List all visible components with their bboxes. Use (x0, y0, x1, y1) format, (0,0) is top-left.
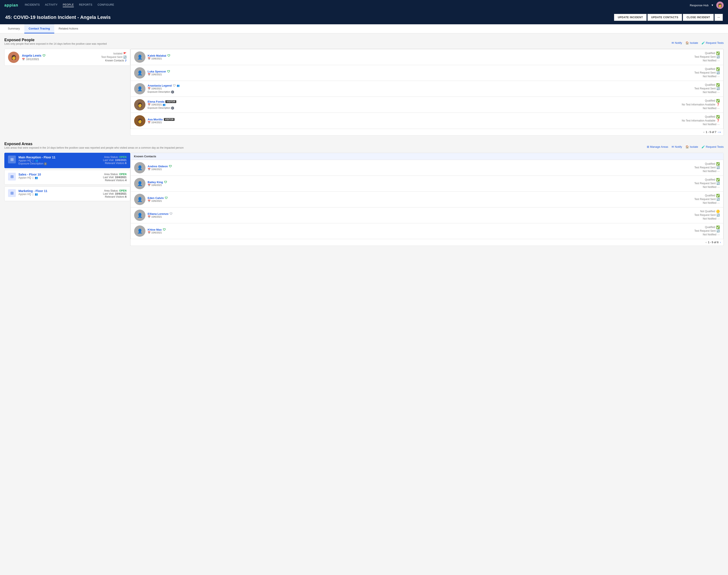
area-icon-1: ⊞ (8, 156, 16, 163)
area-card-2[interactable]: ⊞ Sales - Floor 10 Appian HQ | 👥 Area St… (4, 170, 130, 184)
not-qualified-icon: 🟡 (716, 210, 720, 213)
flag-icon: 🚩 (123, 52, 127, 55)
contact-card-4[interactable]: 👩 Elena Fonda VISITOR 📅 10/6/2021 👥 Expo… (130, 97, 723, 113)
area-contact-avatar-1: 👤 (134, 162, 145, 173)
contact-avatar-5: 👩 (134, 115, 145, 127)
contact-info-3: Anastasia Legend 🛡 👥 📅 10/6/2021 Exposur… (147, 84, 683, 94)
exposed-people-subtitle: Lists only people that were exposed in t… (4, 42, 107, 45)
contact-date-1: 📅 10/8/2021 (147, 57, 683, 60)
area-contact-name-5: Khloe Max 🛡 (147, 228, 683, 231)
contact-card-5[interactable]: 👩 Ava Morillo VISITOR 📅 10/4/2021 Qualif… (130, 113, 723, 129)
info-icon-4[interactable]: i (171, 106, 174, 109)
notify-people-link[interactable]: ✉ Notify (671, 41, 682, 44)
exposed-areas-two-col: ⊞ Main Reception - Floor 11 Appian HQ | … (4, 153, 724, 246)
areas-list: ⊞ Main Reception - Floor 11 Appian HQ | … (4, 153, 130, 246)
contact-date-5: 📅 10/4/2021 (147, 121, 680, 124)
area-contact-5[interactable]: 👤 Khloe Max 🛡 📅 10/6/2021 Qualified✅ Tes… (130, 223, 723, 239)
nav-configure[interactable]: CONFIGURE (98, 3, 114, 7)
area-contact-2[interactable]: 👤 Bailey King 🛡 📅 10/6/2021 Qualified✅ T… (130, 176, 723, 192)
area-info-icon-1[interactable]: i (44, 162, 47, 165)
area-contact-3[interactable]: 👤 Eden Calvin 🛡 📅 10/6/2021 Qualified✅ T… (130, 192, 723, 207)
tab-contact-tracing[interactable]: Contact Tracing (24, 24, 54, 33)
primary-person-avatar: 👩 (8, 52, 19, 63)
area-name-2: Sales - Floor 10 (19, 173, 85, 176)
manage-areas-link[interactable]: ⊞ Manage Areas (647, 145, 668, 148)
area-sub-2: Appian HQ | 👥 (19, 176, 85, 179)
exposed-people-title: Exposed People (4, 38, 107, 42)
contact-avatar-4: 👩 (134, 99, 145, 110)
area-contact-4[interactable]: 👤 Elliana Lorenzo 🛡 📅 10/6/2021 Not Qual… (130, 207, 723, 223)
exposed-people-section: Exposed People Lists only people that we… (4, 38, 724, 136)
request-tests-people-link[interactable]: 🧪 Request Tests (701, 41, 724, 44)
request-tests-areas-link[interactable]: 🧪 Request Tests (701, 145, 724, 148)
user-avatar[interactable]: 👩 (716, 2, 724, 9)
contact-info-2: Luka Spencer 🛡 📅 10/6/2021 (147, 70, 683, 76)
group-icon-3: 👥 (177, 84, 180, 87)
contact-card-2[interactable]: 👤 Luka Spencer 🛡 📅 10/6/2021 Qualified✅ … (130, 65, 723, 81)
nav-right: Response Hub ▼ 👩 (690, 2, 724, 9)
isolate-areas-link[interactable]: 🏠 Isolate (686, 145, 698, 148)
next-contacts-page[interactable]: › (718, 131, 719, 134)
known-contacts-count: 7 (125, 59, 127, 62)
shield-icon-3: 🛡 (173, 84, 175, 87)
shield-icon-2: 🛡 (167, 70, 170, 73)
not-notified-dots-1: ··· (717, 59, 720, 62)
area-icon-3: ⊞ (8, 189, 16, 197)
exposed-areas-subtitle: Lists areas that were exposed in the 14 … (4, 146, 184, 149)
appian-logo[interactable]: appian (4, 3, 18, 8)
nav-activity[interactable]: ACTIVITY (45, 3, 58, 7)
notify-areas-link[interactable]: ✉ Notify (671, 145, 682, 148)
contact-card-3[interactable]: 👤 Anastasia Legend 🛡 👥 📅 10/6/2021 Expos… (130, 81, 723, 97)
area-sub-3: Appian HQ | 👥 (19, 193, 85, 196)
top-navigation: appian INCIDENTS ACTIVITY PEOPLE REPORTS… (0, 0, 728, 10)
nav-reports[interactable]: REPORTS (79, 3, 92, 7)
isolated-status-row: Isolated 🚩 (92, 52, 127, 55)
page-title: 45: COVID-19 Isolation Incident - Angela… (5, 14, 111, 20)
area-contact-info-4: Elliana Lorenzo 🛡 📅 10/6/2021 (147, 212, 683, 218)
next-area-contacts-page[interactable]: › (720, 241, 721, 244)
exposed-areas-header: Exposed Areas Lists areas that were expo… (4, 142, 724, 152)
more-options-button[interactable]: ··· (715, 14, 723, 21)
contact-avatar-3: 👤 (134, 83, 145, 94)
main-content: Exposed People Lists only people that we… (0, 33, 728, 256)
area-contact-avatar-4: 👤 (134, 210, 145, 221)
primary-person-card[interactable]: 👩 Angela Lewis 🛡 📅 10/12/2021 (4, 49, 130, 66)
known-contacts-header: Known Contacts (130, 153, 723, 160)
area-card-1[interactable]: ⊞ Main Reception - Floor 11 Appian HQ | … (4, 153, 130, 168)
area-contact-status-1: Qualified✅ Test Request Sent🔄 Not Notifi… (685, 162, 720, 173)
contact-card-1[interactable]: 👤 Kaleb Malakai 🛡 📅 10/8/2021 Qualified✅… (130, 49, 723, 65)
last-contacts-page[interactable]: » (719, 131, 721, 134)
close-incident-button[interactable]: CLOSE INCIDENT (683, 14, 714, 21)
area-contacts-pagination: ‹ 1 - 5 of 6 › (130, 239, 723, 246)
response-hub-dropdown[interactable]: Response Hub (690, 4, 708, 7)
area-shield-5: 🛡 (163, 228, 166, 231)
primary-person-date: 📅 10/12/2021 (22, 58, 89, 61)
area-sub-1: Appian HQ | 👥 (19, 159, 85, 162)
nav-people[interactable]: PEOPLE (63, 3, 74, 7)
area-card-3[interactable]: ⊞ Marketing - Floor 11 Appian HQ | 👥 Are… (4, 187, 130, 201)
area-contact-date-5: 📅 10/6/2021 (147, 231, 683, 234)
exposure-desc-3: Exposure Description i (147, 91, 683, 94)
update-contacts-button[interactable]: UPDATE CONTACTS (648, 14, 682, 21)
area-contact-avatar-2: 👤 (134, 178, 145, 189)
tab-bar: Summary Contact Tracing Related Actions (0, 24, 728, 33)
nav-incidents[interactable]: INCIDENTS (25, 3, 40, 7)
qualified-check-1: ✅ (716, 52, 720, 55)
contact-name-5: Ava Morillo VISITOR (147, 118, 680, 121)
area-contact-name-1: Andres Gideon 🛡 (147, 165, 683, 168)
contact-date-3: 📅 10/6/2021 (147, 87, 683, 90)
area-contacts-panel: Known Contacts 👤 Andres Gideon 🛡 📅 10/6/… (130, 153, 724, 246)
tab-related-actions[interactable]: Related Actions (54, 24, 82, 33)
update-incident-button[interactable]: UPDATE INCIDENT (614, 14, 647, 21)
area-contact-info-3: Eden Calvin 🛡 📅 10/6/2021 (147, 196, 683, 202)
area-contact-1[interactable]: 👤 Andres Gideon 🛡 📅 10/6/2021 Qualified✅… (130, 160, 723, 176)
info-icon-3[interactable]: i (171, 91, 174, 94)
tab-summary[interactable]: Summary (3, 24, 24, 33)
shield-icon-1: 🛡 (167, 54, 170, 57)
area-contact-avatar-5: 👤 (134, 226, 145, 237)
contact-status-2: Qualified✅ Test Request Sent🔄 Not Notifi… (685, 67, 720, 78)
contacts-panel: 👤 Kaleb Malakai 🛡 📅 10/8/2021 Qualified✅… (130, 49, 724, 136)
isolated-label: Isolated (113, 52, 123, 55)
contact-name-1: Kaleb Malakai 🛡 (147, 54, 683, 57)
isolate-people-link[interactable]: 🏠 Isolate (686, 41, 698, 44)
